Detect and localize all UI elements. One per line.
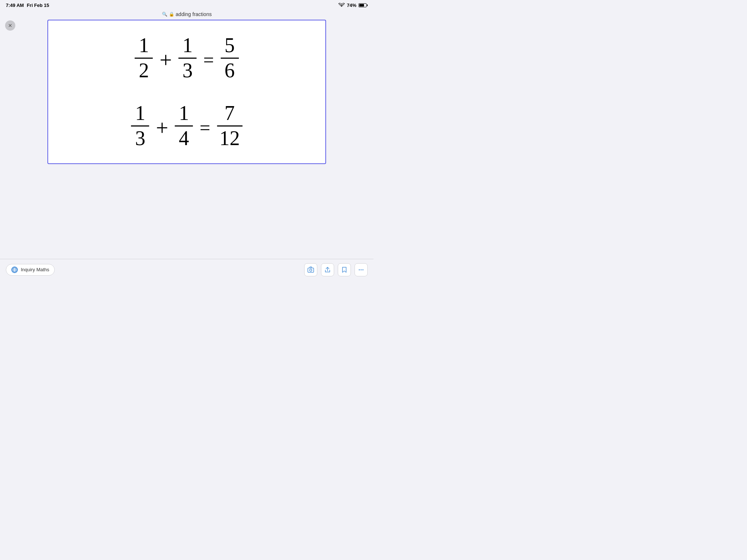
equation-row-2: 1 3 + 1 4 = 7 12 xyxy=(131,96,242,156)
frac2r-line xyxy=(217,125,243,127)
tab-pill[interactable]: Inquiry Maths xyxy=(6,264,55,276)
fraction-1b: 1 3 xyxy=(178,34,197,82)
battery-icon xyxy=(359,3,368,7)
close-button[interactable]: ✕ xyxy=(5,20,15,31)
frac2b-den: 4 xyxy=(179,127,189,150)
frac1b-line xyxy=(178,58,197,59)
svg-point-7 xyxy=(359,269,360,270)
bottom-right-icons xyxy=(304,263,368,276)
frac2r-den: 12 xyxy=(220,127,240,150)
equation-row-1: 1 2 + 1 3 = 5 6 xyxy=(135,28,239,88)
share-icon xyxy=(324,267,331,273)
fraction-2r: 7 12 xyxy=(217,102,243,149)
operator-2: + xyxy=(156,115,168,140)
math-card: 1 2 + 1 3 = 5 6 1 3 xyxy=(47,20,326,164)
fraction-1a: 1 2 xyxy=(135,34,153,82)
frac2a-line xyxy=(131,125,149,127)
frac1r-num: 5 xyxy=(225,34,235,57)
close-icon: ✕ xyxy=(8,23,12,28)
status-right: 74% xyxy=(338,3,368,8)
wifi-icon xyxy=(338,3,345,8)
battery-percent: 74% xyxy=(347,3,356,8)
frac2r-num: 7 xyxy=(225,102,235,125)
fraction-2b: 1 4 xyxy=(175,102,193,149)
svg-rect-5 xyxy=(308,268,314,272)
frac1r-line xyxy=(221,58,239,59)
screenshot-icon xyxy=(307,267,314,273)
main-content: 1 2 + 1 3 = 5 6 1 3 xyxy=(0,18,374,164)
operator-1: + xyxy=(159,47,172,73)
frac2b-num: 1 xyxy=(179,102,189,125)
share-button[interactable] xyxy=(321,263,334,276)
tab-label: Inquiry Maths xyxy=(21,267,49,272)
frac1b-num: 1 xyxy=(182,34,193,57)
frac2a-den: 3 xyxy=(135,127,145,150)
address-bar[interactable]: 🔍 🔒 adding fractions xyxy=(0,10,374,18)
status-date: Fri Feb 15 xyxy=(27,3,49,8)
frac1a-den: 2 xyxy=(139,59,149,82)
svg-point-6 xyxy=(310,269,312,271)
search-icon: 🔍 xyxy=(162,12,167,17)
more-button[interactable] xyxy=(355,263,368,276)
svg-point-9 xyxy=(363,269,364,270)
fraction-1r: 5 6 xyxy=(221,34,239,82)
fraction-2a: 1 3 xyxy=(131,102,149,149)
status-bar: 7:49 AM Fri Feb 15 74% xyxy=(0,0,374,10)
frac2b-line xyxy=(175,125,193,127)
frac1a-line xyxy=(135,58,153,59)
status-time: 7:49 AM xyxy=(6,3,24,8)
bookmark-icon xyxy=(341,267,348,273)
svg-point-8 xyxy=(361,269,362,270)
frac1r-den: 6 xyxy=(225,59,235,82)
screenshot-button[interactable] xyxy=(304,263,317,276)
url-text: adding fractions xyxy=(176,11,212,17)
equals-2: = xyxy=(200,117,210,139)
more-icon xyxy=(358,267,364,273)
frac1b-den: 3 xyxy=(182,59,193,82)
bookmark-button[interactable] xyxy=(338,263,351,276)
bottom-bar: Inquiry Maths xyxy=(0,259,374,280)
globe-icon xyxy=(11,267,18,273)
equals-1: = xyxy=(203,49,214,71)
lock-icon: 🔒 xyxy=(169,12,174,17)
frac2a-num: 1 xyxy=(135,102,145,125)
frac1a-num: 1 xyxy=(139,34,149,57)
